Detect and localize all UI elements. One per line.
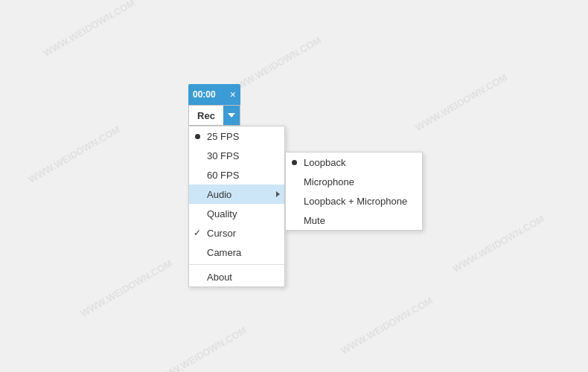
menu-item-fps60-label: 60 FPS xyxy=(207,170,239,181)
menu-item-camera-label: Camera xyxy=(207,247,241,258)
toolbar-widget: 00:00 × Rec 25 FPS 30 FPS 60 FPS Audio Q… xyxy=(188,84,240,126)
dropdown-toggle-button[interactable] xyxy=(223,106,240,125)
menu-item-cursor[interactable]: ✓ Cursor xyxy=(189,223,284,243)
menu-item-audio[interactable]: Audio xyxy=(189,185,284,204)
main-menu: 25 FPS 30 FPS 60 FPS Audio Quality ✓ Cur… xyxy=(188,126,285,287)
toolbar-bar: 00:00 × xyxy=(188,84,240,105)
bullet-icon xyxy=(292,160,297,165)
menu-item-about-label: About xyxy=(207,272,232,283)
close-button[interactable]: × xyxy=(226,89,240,100)
rec-row: Rec xyxy=(188,105,240,126)
menu-item-quality-label: Quality xyxy=(207,208,237,219)
menu-item-fps60[interactable]: 60 FPS xyxy=(189,165,284,185)
submenu-item-loopback-label: Loopback xyxy=(304,157,345,168)
submenu-item-microphone-label: Microphone xyxy=(304,176,354,187)
timer-display: 00:00 xyxy=(188,89,226,100)
menu-separator xyxy=(189,264,284,265)
menu-item-audio-label: Audio xyxy=(207,189,231,200)
submenu-item-loopback-mic[interactable]: Loopback + Microphone xyxy=(286,191,422,211)
audio-submenu: Loopback Microphone Loopback + Microphon… xyxy=(285,152,423,231)
menu-item-fps25-label: 25 FPS xyxy=(207,131,239,142)
submenu-item-loopback[interactable]: Loopback xyxy=(286,153,422,172)
rec-button[interactable]: Rec xyxy=(189,106,223,125)
submenu-item-mute-label: Mute xyxy=(304,215,325,226)
bullet-icon xyxy=(195,134,200,139)
chevron-right-icon xyxy=(276,191,280,197)
menu-item-fps25[interactable]: 25 FPS xyxy=(189,126,284,146)
menu-item-cursor-label: Cursor xyxy=(207,228,236,239)
menu-item-fps30[interactable]: 30 FPS xyxy=(189,146,284,165)
submenu-item-microphone[interactable]: Microphone xyxy=(286,172,422,191)
menu-item-fps30-label: 30 FPS xyxy=(207,150,239,161)
submenu-item-mute[interactable]: Mute xyxy=(286,211,422,230)
checkmark-icon: ✓ xyxy=(194,228,201,238)
menu-item-about[interactable]: About xyxy=(189,267,284,286)
menu-item-quality[interactable]: Quality xyxy=(189,204,284,223)
submenu-item-loopback-mic-label: Loopback + Microphone xyxy=(304,196,407,207)
menu-item-camera[interactable]: Camera xyxy=(189,243,284,262)
